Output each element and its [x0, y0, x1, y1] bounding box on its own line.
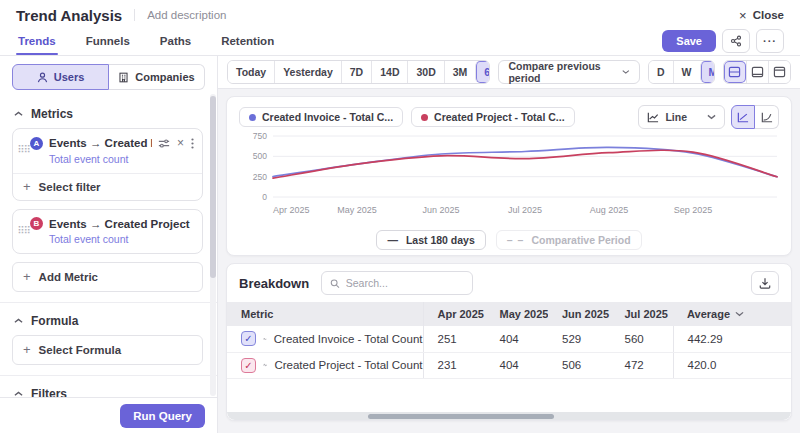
more-button[interactable]: ··· — [756, 29, 784, 53]
chevron-up-icon — [14, 318, 23, 324]
svg-text:Apr 2025: Apr 2025 — [273, 205, 310, 215]
drag-handle-icon[interactable]: ⠿⠿ — [17, 136, 30, 167]
tab-retention[interactable]: Retention — [219, 31, 276, 54]
drag-handle-icon[interactable]: ⠿⠿ — [17, 217, 30, 247]
cell-average: 420.0 — [673, 352, 791, 378]
select-formula-label: Select Formula — [39, 344, 121, 356]
share-icon — [730, 35, 742, 47]
sidebar-scrollbar[interactable] — [210, 94, 216, 396]
add-description-button[interactable]: Add description — [134, 9, 226, 21]
breakdown-table: Metric Apr 2025 May 2025 Jun 2025 Jul 20… — [227, 302, 791, 379]
col-header-jul[interactable]: Jul 2025 — [611, 302, 674, 326]
run-query-button[interactable]: Run Query — [120, 404, 205, 428]
add-metric-label: Add Metric — [39, 271, 98, 283]
close-button[interactable]: × Close — [739, 8, 784, 23]
chevron-down-icon — [622, 69, 630, 75]
filters-section-header[interactable]: Filters — [12, 378, 203, 397]
legend-chip-project[interactable]: Created Project - Total C... — [411, 107, 575, 127]
range-30d-button[interactable]: 30D — [407, 61, 443, 83]
tab-paths[interactable]: Paths — [158, 31, 193, 54]
add-metric-button[interactable]: + Add Metric — [12, 262, 203, 292]
metric-more-button[interactable] — [191, 138, 194, 149]
formula-section-header[interactable]: Formula — [12, 305, 203, 335]
svg-text:500: 500 — [253, 151, 267, 161]
cell-value: 472 — [611, 352, 674, 378]
close-icon: × — [739, 8, 747, 23]
save-button[interactable]: Save — [662, 30, 716, 52]
cumulative-toggle-button[interactable] — [755, 105, 779, 129]
col-header-apr[interactable]: Apr 2025 — [423, 302, 486, 326]
metrics-section-header[interactable]: Metrics — [12, 98, 203, 128]
svg-text:250: 250 — [253, 172, 267, 182]
range-today-button[interactable]: Today — [228, 61, 274, 83]
breakdown-search[interactable] — [321, 271, 473, 295]
line-mode-toggle-group — [731, 105, 779, 129]
metric-a-badge: A — [30, 137, 43, 150]
current-period-legend-button[interactable]: — Last 180 days — [376, 230, 485, 250]
remove-metric-button[interactable]: × — [177, 136, 184, 150]
range-6m-button[interactable]: 6M — [475, 61, 490, 83]
select-formula-button[interactable]: + Select Formula — [12, 335, 203, 365]
plus-icon: + — [23, 345, 31, 355]
row-metric-name: Created Invoice - Total Count — [274, 333, 423, 345]
average-label: Average — [687, 308, 730, 320]
remove-metric-icon: × — [177, 136, 184, 150]
table-empty-space — [227, 379, 791, 413]
check-icon: ✓ — [244, 360, 252, 371]
col-header-metric[interactable]: Metric — [227, 302, 423, 326]
legend-chip-invoice[interactable]: Created Invoice - Total C... — [239, 107, 403, 127]
tab-trends[interactable]: Trends — [16, 31, 58, 54]
sidebar-scrollbar-thumb[interactable] — [210, 96, 216, 278]
col-header-average[interactable]: Average — [673, 302, 791, 326]
comparative-period-legend-button[interactable]: – – Comparative Period — [496, 230, 642, 250]
solid-line-icon: — — [387, 234, 399, 246]
layout-chart-icon — [751, 66, 764, 78]
tab-funnels[interactable]: Funnels — [84, 31, 132, 54]
date-range-group: Today Yesterday 7D 14D 30D 3M 6M — [227, 60, 490, 84]
layout-chart-button[interactable] — [746, 61, 768, 83]
titlebar: Trend Analysis Add description × Close — [0, 0, 800, 30]
page-title: Trend Analysis — [16, 7, 122, 24]
cell-value: 251 — [423, 326, 486, 352]
metric-b-subtitle[interactable]: Total event count — [30, 230, 194, 247]
row-checkbox-invoice[interactable]: ✓ — [241, 331, 256, 346]
adjust-metric-button[interactable] — [158, 138, 170, 149]
breakdown-search-input[interactable] — [346, 277, 464, 289]
breakdown-header-row: Metric Apr 2025 May 2025 Jun 2025 Jul 20… — [227, 302, 791, 326]
range-14d-button[interactable]: 14D — [371, 61, 407, 83]
range-yesterday-button[interactable]: Yesterday — [274, 61, 341, 83]
trend-chart[interactable]: 0250500750Apr 2025May 2025Jun 2025Jul 20… — [239, 129, 779, 228]
metric-b-title[interactable]: Events → Created Project — [49, 218, 194, 230]
col-header-may[interactable]: May 2025 — [486, 302, 549, 326]
download-button[interactable] — [751, 271, 779, 295]
current-period-label: Last 180 days — [406, 234, 475, 246]
query-sidebar: Users Companies Metrics ⠿⠿ A Even — [0, 56, 218, 433]
horizontal-scrollbar-thumb[interactable] — [368, 414, 554, 419]
row-checkbox-project[interactable]: ✓ — [241, 358, 256, 373]
users-toggle[interactable]: Users — [12, 64, 109, 90]
companies-toggle[interactable]: Companies — [109, 64, 205, 90]
horizontal-scrollbar[interactable] — [227, 412, 791, 420]
download-icon — [759, 277, 771, 289]
granularity-day-button[interactable]: D — [649, 61, 673, 83]
tabbar: Trends Funnels Paths Retention Save ··· — [0, 30, 800, 56]
range-3m-button[interactable]: 3M — [444, 61, 476, 83]
range-7d-button[interactable]: 7D — [341, 61, 371, 83]
granularity-week-button[interactable]: W — [673, 61, 700, 83]
chart-type-dropdown[interactable]: Line — [638, 105, 725, 129]
compare-dropdown[interactable]: Compare previous period — [498, 60, 640, 84]
svg-text:May 2025: May 2025 — [337, 205, 377, 215]
share-button[interactable] — [722, 29, 750, 53]
layout-table-button[interactable] — [768, 61, 790, 83]
linear-toggle-button[interactable] — [731, 105, 755, 129]
formula-heading: Formula — [31, 314, 78, 328]
plus-icon: + — [23, 272, 31, 282]
comparative-period-label: Comparative Period — [531, 234, 630, 246]
layout-split-button[interactable] — [724, 61, 746, 83]
select-filter-inline-button[interactable]: + Select filter — [13, 173, 202, 200]
granularity-month-button[interactable]: M — [700, 61, 715, 83]
metric-a-title[interactable]: Events → Created Invoice — [49, 137, 152, 149]
breakdown-title: Breakdown — [239, 276, 309, 291]
metric-a-subtitle[interactable]: Total event count — [30, 150, 194, 167]
col-header-jun[interactable]: Jun 2025 — [548, 302, 611, 326]
